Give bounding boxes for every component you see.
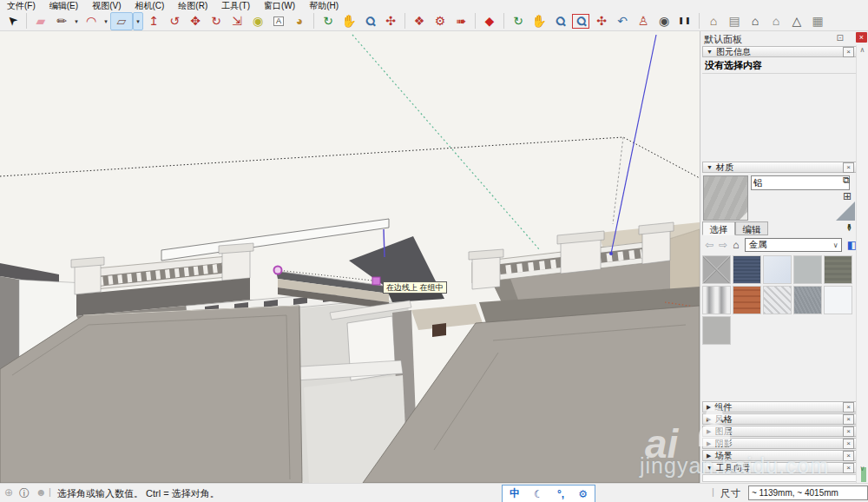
- swatch-light-gray-metal[interactable]: [793, 255, 822, 284]
- create-component-tool-icon[interactable]: ❖: [409, 12, 430, 30]
- tape-measure-tool-icon[interactable]: ◉: [247, 12, 268, 30]
- section-components[interactable]: ▶ 组件 ×: [702, 401, 857, 413]
- back-arrow-icon[interactable]: ⇦: [705, 239, 713, 251]
- swatch-gunmetal[interactable]: [824, 255, 852, 284]
- rotate-tool-icon[interactable]: ↻: [206, 12, 227, 30]
- select-tool-icon[interactable]: ➤: [2, 12, 23, 30]
- line-tool-icon[interactable]: ✏: [51, 12, 72, 30]
- arc-tool-icon[interactable]: ◠: [81, 12, 102, 30]
- dynamic-component-tool-icon[interactable]: ⚙: [430, 12, 450, 30]
- left-view-icon[interactable]: ▦: [807, 12, 828, 30]
- scale-tool-icon[interactable]: ⇲: [227, 12, 247, 30]
- arc-dropdown-icon[interactable]: ▾: [102, 12, 110, 30]
- zoom-extents-tool-2-icon[interactable]: ✣: [591, 12, 612, 30]
- extension-gem-icon[interactable]: ◆: [479, 12, 500, 30]
- home-icon[interactable]: ⌂: [733, 239, 739, 251]
- swatch-speckled-gray[interactable]: [793, 286, 822, 314]
- measurements-input[interactable]: [748, 485, 868, 500]
- close-section-icon[interactable]: ×: [843, 414, 854, 425]
- ime-punct-icon[interactable]: °,: [557, 488, 564, 500]
- close-entity-info-icon[interactable]: ×: [843, 47, 854, 57]
- ime-lang-icon[interactable]: 中: [510, 486, 520, 501]
- close-section-icon[interactable]: ×: [843, 451, 854, 461]
- materials-tab-edit[interactable]: 编辑: [735, 221, 768, 235]
- close-section-icon[interactable]: ×: [843, 426, 854, 437]
- viewport[interactable]: 在边线上 在组中: [0, 31, 700, 483]
- section-instructor[interactable]: ▼ 工具向导 ×: [702, 462, 857, 473]
- materials-header[interactable]: ▼ 材质 ×: [702, 162, 857, 173]
- menu-window[interactable]: 窗口(W): [257, 0, 302, 12]
- menu-edit[interactable]: 编辑(E): [43, 0, 85, 12]
- swatch-blue-mesh[interactable]: [733, 255, 761, 284]
- swatch-light-blue-metal[interactable]: [763, 255, 792, 284]
- top-view-icon[interactable]: ▤: [724, 12, 745, 30]
- swatch-aluminum-siding[interactable]: [702, 255, 731, 284]
- swatch-brushed-silver[interactable]: [702, 286, 731, 314]
- geolocation-icon[interactable]: ⊕: [4, 486, 13, 501]
- menu-view[interactable]: 视图(V): [85, 0, 128, 12]
- zoom-extents-tool-icon[interactable]: ✣: [380, 12, 401, 30]
- swatch-copper[interactable]: [733, 286, 761, 314]
- front-view-icon[interactable]: ⌂: [745, 12, 766, 30]
- menu-file[interactable]: 文件(F): [0, 0, 43, 12]
- materials-tab-select[interactable]: 选择: [702, 221, 735, 235]
- rectangle-dropdown-icon[interactable]: ▾: [133, 12, 143, 30]
- zoom-tool-2-icon[interactable]: Ϙ: [549, 12, 570, 30]
- material-name-input[interactable]: [751, 175, 850, 190]
- look-around-tool-icon[interactable]: ◉: [654, 12, 674, 30]
- move-tool-icon[interactable]: ✥: [185, 12, 206, 30]
- sample-paint-icon[interactable]: ✒: [843, 223, 855, 232]
- separator[interactable]: [475, 13, 476, 29]
- pin-icon[interactable]: ⊡: [837, 33, 844, 43]
- zoom-window-tool-icon[interactable]: Ϙ: [570, 12, 591, 30]
- line-dropdown-icon[interactable]: ▾: [72, 12, 81, 30]
- menu-tools[interactable]: 工具(T): [214, 0, 257, 12]
- panel-scrollbar[interactable]: ∧ ∨: [856, 45, 868, 483]
- section-shadows[interactable]: ▶ 阴影 ×: [702, 438, 857, 449]
- import-tool-icon[interactable]: ➠: [450, 12, 471, 30]
- position-camera-tool-icon[interactable]: ♙: [633, 12, 654, 30]
- swatch-plain-gray[interactable]: [702, 316, 731, 345]
- orbit-tool-2-icon[interactable]: ↻: [508, 12, 529, 30]
- section-layers[interactable]: ▶ 图层 ×: [702, 426, 857, 437]
- menu-draw[interactable]: 绘图(R): [171, 0, 214, 12]
- iso-view-icon[interactable]: ⌂: [703, 12, 724, 30]
- close-materials-icon[interactable]: ×: [843, 162, 854, 173]
- section-styles[interactable]: ▶ 风格 ×: [702, 413, 857, 425]
- swatch-diamond-plate[interactable]: [763, 286, 792, 314]
- section-scenes[interactable]: ▶ 场景 ×: [702, 450, 857, 461]
- close-section-icon[interactable]: ×: [843, 402, 854, 413]
- scroll-up-icon[interactable]: ∧: [857, 45, 868, 56]
- back-view-icon[interactable]: △: [786, 12, 807, 30]
- rectangle-tool-icon[interactable]: ▱: [110, 12, 133, 30]
- separator[interactable]: [313, 13, 314, 29]
- menu-camera[interactable]: 相机(C): [128, 0, 171, 12]
- signin-icon[interactable]: ☻: [36, 486, 47, 501]
- ime-settings-icon[interactable]: ⚙: [578, 488, 588, 500]
- entity-info-header[interactable]: ▼ 图元信息 ×: [702, 46, 857, 57]
- followme-tool-icon[interactable]: ↺: [164, 12, 185, 30]
- separator[interactable]: [26, 13, 27, 29]
- pan-tool-icon[interactable]: ✋: [339, 12, 359, 30]
- orbit-tool-icon[interactable]: ↻: [318, 12, 339, 30]
- material-preview[interactable]: [703, 175, 748, 221]
- separator[interactable]: [404, 13, 405, 29]
- text-tool-icon[interactable]: A: [268, 12, 289, 30]
- credits-icon[interactable]: ⓘ: [19, 486, 30, 501]
- eraser-tool-icon[interactable]: ▰: [30, 12, 51, 30]
- panel-close-button[interactable]: ×: [856, 32, 867, 43]
- forward-arrow-icon[interactable]: ⇨: [719, 239, 727, 251]
- right-view-icon[interactable]: ⌂: [766, 12, 786, 30]
- pan-tool-2-icon[interactable]: ✋: [529, 12, 549, 30]
- menu-help[interactable]: 帮助(H): [302, 0, 345, 12]
- ime-moon-icon[interactable]: ☾: [534, 488, 543, 500]
- scroll-down-icon[interactable]: ∨: [857, 464, 868, 474]
- separator[interactable]: [503, 13, 504, 29]
- collection-dropdown[interactable]: 金属 ∨: [745, 238, 841, 252]
- close-section-icon[interactable]: ×: [843, 439, 854, 449]
- separator[interactable]: [699, 13, 700, 29]
- secondary-pane-icon[interactable]: ⧉: [843, 175, 850, 186]
- close-section-icon[interactable]: ×: [843, 463, 854, 473]
- pushpull-tool-icon[interactable]: ↥: [143, 12, 164, 30]
- create-material-icon[interactable]: ⊞: [843, 190, 852, 202]
